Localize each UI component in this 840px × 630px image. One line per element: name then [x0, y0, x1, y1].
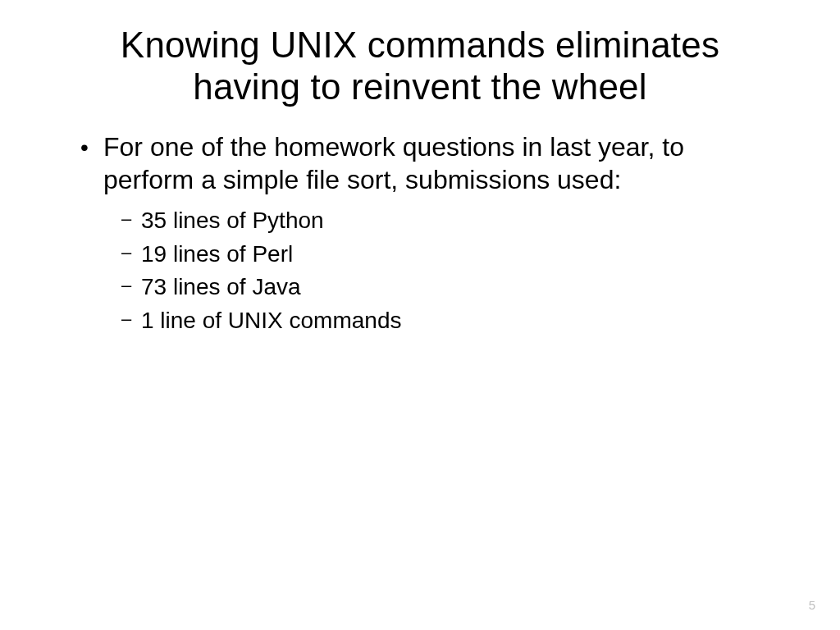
bullet-marker: • — [80, 130, 103, 196]
dash-marker: – — [121, 204, 141, 238]
slide-title: Knowing UNIX commands eliminates having … — [74, 25, 766, 107]
sub-bullet-item: – 73 lines of Java — [74, 271, 766, 304]
dash-marker: – — [121, 238, 141, 272]
sub-bullet-item: – 19 lines of Perl — [74, 238, 766, 272]
sub-bullet-text: 1 line of UNIX commands — [141, 304, 766, 338]
bullet-item: • For one of the homework questions in l… — [74, 130, 766, 196]
sub-bullet-text: 35 lines of Python — [141, 204, 766, 238]
sub-bullet-item: – 35 lines of Python — [74, 204, 766, 238]
dash-marker: – — [121, 304, 141, 338]
page-number: 5 — [809, 598, 815, 612]
sub-bullet-item: – 1 line of UNIX commands — [74, 304, 766, 338]
dash-marker: – — [121, 271, 141, 304]
bullet-text: For one of the homework questions in las… — [103, 130, 766, 196]
slide-content: Knowing UNIX commands eliminates having … — [0, 0, 840, 338]
sub-bullet-text: 73 lines of Java — [141, 271, 766, 304]
sub-bullet-text: 19 lines of Perl — [141, 238, 766, 272]
